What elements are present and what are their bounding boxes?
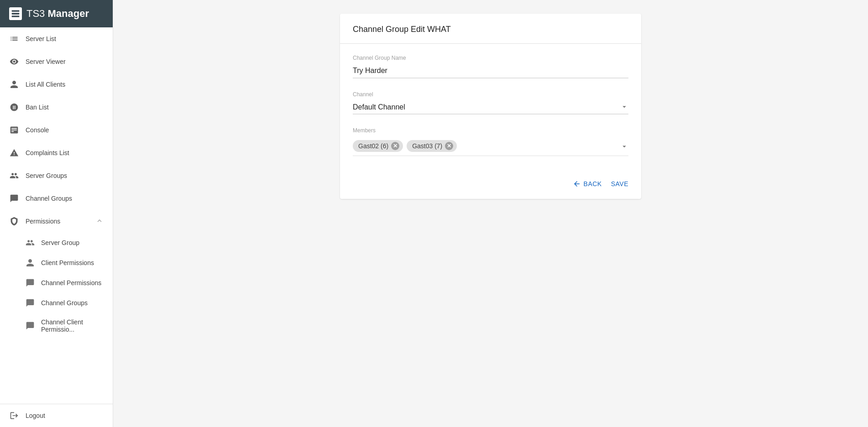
sidebar-item-client-permissions-label: Client Permissions <box>41 259 94 266</box>
save-button-label: SAVE <box>611 180 628 187</box>
sidebar-item-console[interactable]: Console <box>0 119 113 141</box>
list-icon <box>9 34 19 44</box>
sidebar-item-server-viewer[interactable]: Server Viewer <box>0 50 113 73</box>
group-icon <box>9 171 19 181</box>
member-chip-1: Gast03 (7) ✕ <box>407 140 457 152</box>
chat-sub-icon <box>26 278 35 287</box>
sidebar-item-server-group[interactable]: Server Group <box>0 233 113 253</box>
sidebar-item-server-groups-label: Server Groups <box>26 172 104 179</box>
channel-select-wrapper: Default Channel Other Channel <box>353 100 628 115</box>
member-chip-0-label: Gast02 (6) <box>358 142 388 150</box>
svg-rect-0 <box>12 10 20 12</box>
channel-group-edit-card: Channel Group Edit WHAT Channel Group Na… <box>340 14 641 199</box>
sidebar-item-ban-list-label: Ban List <box>26 104 104 111</box>
app-logo <box>9 7 22 20</box>
sidebar-item-console-label: Console <box>26 126 104 134</box>
member-chip-0-close[interactable]: ✕ <box>391 142 399 150</box>
sidebar-item-client-permissions[interactable]: Client Permissions <box>0 253 113 273</box>
members-chevron-down-icon <box>620 142 628 152</box>
card-body: Channel Group Name Channel Default Chann… <box>340 44 641 180</box>
sidebar-item-logout-label: Logout <box>26 412 104 419</box>
sidebar-item-server-list[interactable]: Server List <box>0 27 113 50</box>
channel-select[interactable]: Default Channel Other Channel <box>353 100 628 115</box>
sidebar-item-list-all-clients[interactable]: List All Clients <box>0 73 113 96</box>
main-content: Channel Group Edit WHAT Channel Group Na… <box>113 0 868 427</box>
sidebar-item-complaints-list-label: Complaints List <box>26 149 104 156</box>
chevron-up-icon <box>95 217 104 226</box>
eye-icon <box>9 57 19 67</box>
sidebar-item-channel-groups-sub[interactable]: Channel Groups <box>0 293 113 313</box>
chat-icon <box>9 193 19 203</box>
section-icon <box>9 216 19 226</box>
console-icon <box>9 125 19 135</box>
members-chips-container: Gast02 (6) ✕ Gast03 (7) ✕ <box>353 136 628 156</box>
warning-icon <box>9 148 19 158</box>
back-button[interactable]: BACK <box>573 180 602 188</box>
back-arrow-icon <box>573 180 581 188</box>
member-chip-0: Gast02 (6) ✕ <box>353 140 403 152</box>
sidebar-item-channel-groups-sub-label: Channel Groups <box>41 299 88 307</box>
person-icon <box>9 79 19 89</box>
card-title: Channel Group Edit WHAT <box>340 14 641 44</box>
sidebar-item-server-group-label: Server Group <box>41 239 79 246</box>
member-chip-1-close[interactable]: ✕ <box>445 142 453 150</box>
channel-field: Channel Default Channel Other Channel <box>353 91 628 115</box>
sidebar-item-server-list-label: Server List <box>26 35 104 42</box>
person-sub-icon <box>26 258 35 267</box>
members-label: Members <box>353 127 628 134</box>
sidebar-item-channel-permissions[interactable]: Channel Permissions <box>0 273 113 293</box>
group-sub-icon <box>26 238 35 247</box>
channel-group-name-label: Channel Group Name <box>353 55 628 61</box>
channel-group-name-field: Channel Group Name <box>353 55 628 78</box>
member-chip-1-label: Gast03 (7) <box>412 142 442 150</box>
sidebar-item-channel-client-permissions[interactable]: Channel Client Permissio... <box>0 313 113 338</box>
channel-group-name-input[interactable] <box>353 64 628 78</box>
ban-icon <box>9 102 19 112</box>
sidebar-item-server-viewer-label: Server Viewer <box>26 58 104 65</box>
svg-rect-2 <box>12 16 20 17</box>
sidebar-item-channel-groups-label: Channel Groups <box>26 195 104 202</box>
sidebar-item-logout[interactable]: Logout <box>0 404 113 427</box>
sidebar-item-channel-permissions-label: Channel Permissions <box>41 279 101 286</box>
sidebar-item-channel-client-permissions-label: Channel Client Permissio... <box>41 318 104 333</box>
app-title: TS3 Manager <box>26 8 89 20</box>
sidebar-item-list-all-clients-label: List All Clients <box>26 81 104 88</box>
sidebar: TS3 Manager Server List Server Viewer Li… <box>0 0 113 427</box>
members-field: Members Gast02 (6) ✕ Gast03 (7) ✕ <box>353 127 628 156</box>
sidebar-permissions-label: Permissions <box>26 218 60 225</box>
channel-label: Channel <box>353 91 628 98</box>
sidebar-item-ban-list[interactable]: Ban List <box>0 96 113 119</box>
sidebar-item-channel-groups[interactable]: Channel Groups <box>0 187 113 210</box>
save-button[interactable]: SAVE <box>611 180 628 187</box>
svg-rect-1 <box>12 13 20 14</box>
app-header: TS3 Manager <box>0 0 113 27</box>
card-actions: BACK SAVE <box>340 180 641 188</box>
chat-sub-icon3 <box>26 321 35 330</box>
chat-sub-icon2 <box>26 298 35 307</box>
logout-icon <box>9 411 19 421</box>
sidebar-item-complaints-list[interactable]: Complaints List <box>0 141 113 164</box>
back-button-label: BACK <box>584 180 602 187</box>
sidebar-permissions-header[interactable]: Permissions <box>0 210 113 233</box>
sidebar-item-server-groups[interactable]: Server Groups <box>0 164 113 187</box>
